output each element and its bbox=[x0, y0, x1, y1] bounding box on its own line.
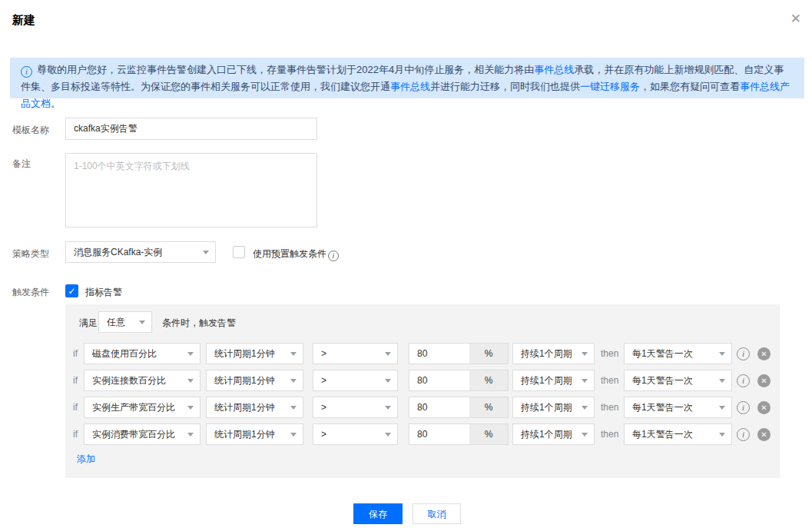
threshold-input[interactable] bbox=[409, 370, 470, 391]
condition-row: if 实例连接数百分比 统计周期1分钟 > % 持续1个周期 then 每1天警… bbox=[65, 370, 780, 391]
chevron-down-icon bbox=[290, 433, 297, 437]
remark-label: 备注 bbox=[12, 158, 31, 171]
chevron-down-icon bbox=[582, 352, 588, 356]
unit-addon: % bbox=[469, 423, 509, 445]
threshold-input[interactable] bbox=[409, 343, 470, 364]
row-info-icon[interactable]: i bbox=[737, 374, 750, 387]
unit-addon: % bbox=[469, 397, 509, 418]
alarm-frequency-select[interactable]: 每1天警告一次 bbox=[624, 343, 732, 364]
banner-segment: 。 bbox=[51, 98, 61, 109]
add-condition-link[interactable]: 添加 bbox=[77, 453, 95, 466]
chevron-down-icon bbox=[290, 379, 297, 383]
chevron-down-icon bbox=[582, 433, 588, 437]
chevron-down-icon bbox=[582, 379, 588, 383]
banner-link[interactable]: 一键迁移服务 bbox=[580, 81, 640, 92]
banner-segment: ，如果您有疑问可查看 bbox=[640, 81, 740, 92]
metric-alarm-checkbox[interactable]: ✓ bbox=[65, 284, 78, 297]
chevron-down-icon bbox=[290, 352, 297, 356]
unit-addon: % bbox=[469, 343, 509, 364]
then-label: then bbox=[601, 370, 618, 391]
cancel-button[interactable]: 取消 bbox=[413, 503, 461, 524]
alarm-frequency-select[interactable]: 每1天警告一次 bbox=[624, 370, 732, 391]
unit-addon: % bbox=[469, 370, 509, 391]
meet-any-select[interactable]: 任意 bbox=[98, 311, 152, 333]
chevron-down-icon bbox=[719, 406, 725, 410]
chevron-down-icon bbox=[719, 352, 725, 356]
if-label: if bbox=[73, 343, 78, 364]
remark-textarea[interactable] bbox=[65, 153, 317, 227]
metric-select[interactable]: 实例消费带宽百分比 bbox=[84, 423, 201, 445]
info-icon: i bbox=[21, 66, 32, 78]
comparator-select[interactable]: > bbox=[313, 423, 398, 445]
meet-prefix-label: 满足 bbox=[79, 317, 98, 330]
policy-type-label: 策略类型 bbox=[12, 247, 49, 261]
row-delete-icon[interactable]: ✕ bbox=[757, 401, 771, 414]
banner-text: 尊敬的用户您好，云监控事件告警创建入口已下线，存量事件告警计划于2022年4月中… bbox=[21, 64, 790, 109]
comparator-select[interactable]: > bbox=[313, 397, 398, 418]
row-info-icon[interactable]: i bbox=[737, 401, 750, 414]
comparator-select[interactable]: > bbox=[313, 370, 398, 391]
metric-select[interactable]: 磁盘使用百分比 bbox=[84, 343, 201, 364]
chevron-down-icon bbox=[187, 352, 194, 356]
preset-trigger-label: 使用预置触发条件i bbox=[253, 247, 339, 261]
metric-alarm-label: 指标告警 bbox=[85, 286, 122, 299]
then-label: then bbox=[601, 343, 618, 364]
condition-rows: if 磁盘使用百分比 统计周期1分钟 > % 持续1个周期 then 每1天警告… bbox=[65, 343, 780, 450]
preset-info-icon[interactable]: i bbox=[328, 251, 339, 261]
condition-row: if 实例消费带宽百分比 统计周期1分钟 > % 持续1个周期 then 每1天… bbox=[65, 423, 780, 445]
threshold-input[interactable] bbox=[409, 423, 470, 445]
alarm-frequency-select[interactable]: 每1天警告一次 bbox=[624, 423, 732, 445]
notice-banner: i尊敬的用户您好，云监控事件告警创建入口已下线，存量事件告警计划于2022年4月… bbox=[10, 58, 804, 98]
then-label: then bbox=[601, 423, 618, 445]
comparator-select[interactable]: > bbox=[313, 343, 398, 364]
row-delete-icon[interactable]: ✕ bbox=[757, 347, 771, 360]
condition-row: if 磁盘使用百分比 统计周期1分钟 > % 持续1个周期 then 每1天警告… bbox=[65, 343, 780, 364]
period-select[interactable]: 统计周期1分钟 bbox=[206, 397, 303, 418]
period-select[interactable]: 统计周期1分钟 bbox=[206, 343, 303, 364]
chevron-down-icon bbox=[187, 406, 194, 410]
policy-type-select[interactable]: 消息服务CKafka-实例 bbox=[65, 241, 216, 263]
duration-select[interactable]: 持续1个周期 bbox=[512, 397, 595, 418]
page-title: 新建 bbox=[12, 13, 35, 28]
meet-any-value: 任意 bbox=[107, 317, 125, 327]
duration-select[interactable]: 持续1个周期 bbox=[512, 423, 595, 445]
trigger-condition-panel: 满足 任意 条件时，触发告警 if 磁盘使用百分比 统计周期1分钟 > % 持续… bbox=[65, 304, 780, 478]
period-select[interactable]: 统计周期1分钟 bbox=[206, 370, 303, 391]
close-icon[interactable]: ✕ bbox=[790, 12, 801, 25]
period-select[interactable]: 统计周期1分钟 bbox=[206, 423, 303, 445]
if-label: if bbox=[73, 370, 78, 391]
banner-segment: 尊敬的用户您好，云监控事件告警创建入口已下线，存量事件告警计划于2022年4月中… bbox=[37, 64, 534, 75]
row-info-icon[interactable]: i bbox=[737, 428, 750, 441]
metric-select[interactable]: 实例生产带宽百分比 bbox=[84, 397, 201, 418]
chevron-down-icon bbox=[582, 406, 588, 410]
trigger-condition-label: 触发条件 bbox=[12, 286, 49, 299]
banner-link[interactable]: 事件总线 bbox=[534, 64, 574, 75]
banner-segment: 并进行能力迁移，同时我们也提供 bbox=[430, 81, 580, 92]
policy-type-value: 消息服务CKafka-实例 bbox=[74, 247, 162, 257]
chevron-down-icon bbox=[719, 379, 725, 383]
chevron-down-icon bbox=[385, 352, 391, 356]
chevron-down-icon bbox=[385, 379, 391, 383]
template-name-input[interactable] bbox=[65, 118, 317, 140]
save-button[interactable]: 保存 bbox=[353, 503, 403, 524]
alarm-frequency-select[interactable]: 每1天警告一次 bbox=[624, 397, 732, 418]
banner-link[interactable]: 事件总线 bbox=[390, 81, 430, 92]
duration-select[interactable]: 持续1个周期 bbox=[512, 370, 595, 391]
chevron-down-icon bbox=[187, 379, 194, 383]
chevron-down-icon bbox=[385, 433, 391, 437]
row-delete-icon[interactable]: ✕ bbox=[757, 428, 771, 441]
chevron-down-icon bbox=[203, 251, 209, 254]
then-label: then bbox=[601, 397, 618, 418]
preset-trigger-checkbox[interactable] bbox=[233, 246, 245, 258]
chevron-down-icon bbox=[187, 433, 194, 437]
meet-suffix-label: 条件时，触发告警 bbox=[162, 317, 236, 330]
chevron-down-icon bbox=[719, 433, 725, 437]
row-delete-icon[interactable]: ✕ bbox=[757, 374, 771, 387]
metric-select[interactable]: 实例连接数百分比 bbox=[84, 370, 201, 391]
row-info-icon[interactable]: i bbox=[737, 347, 750, 360]
threshold-input[interactable] bbox=[409, 397, 470, 418]
if-label: if bbox=[73, 423, 78, 445]
duration-select[interactable]: 持续1个周期 bbox=[512, 343, 595, 364]
chevron-down-icon bbox=[385, 406, 391, 410]
condition-row: if 实例生产带宽百分比 统计周期1分钟 > % 持续1个周期 then 每1天… bbox=[65, 397, 780, 418]
